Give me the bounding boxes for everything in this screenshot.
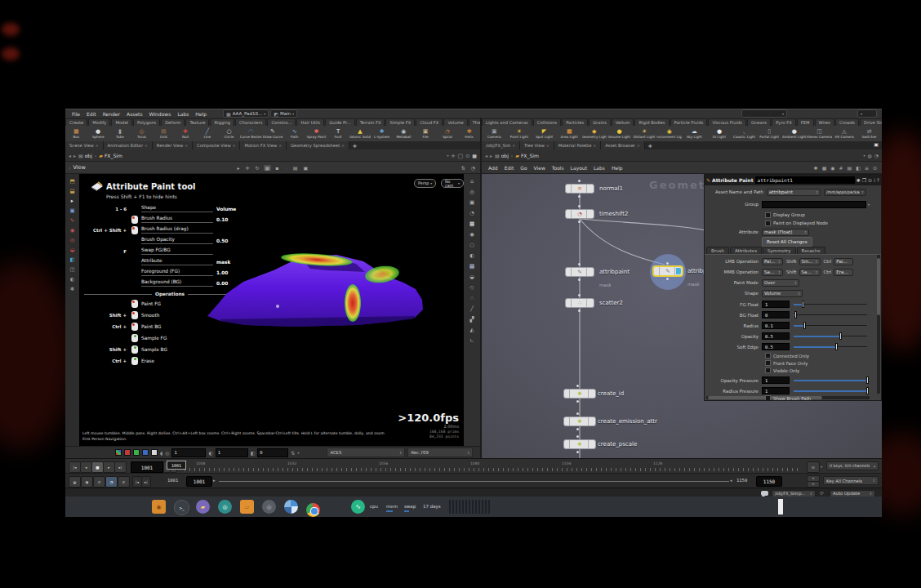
sculpt-icon[interactable]: ◒ (70, 247, 75, 253)
shelf-tool[interactable]: ▮Tube (109, 126, 131, 141)
node-body[interactable]: ❖ (563, 416, 596, 426)
gamma-field[interactable]: 1 (216, 448, 248, 457)
play-button[interactable]: ▸ (103, 461, 115, 473)
shelf-tab[interactable]: Particle Fluids (670, 118, 708, 126)
value-field[interactable]: 1 (762, 376, 790, 384)
panel-tab[interactable]: Recache (797, 247, 825, 254)
shelf-tab[interactable]: Pyro FX (772, 118, 796, 126)
collapse-icon[interactable]: ‹ (69, 165, 70, 171)
jump-to-end-button[interactable]: ▸| (114, 461, 127, 473)
checkbox[interactable] (765, 395, 771, 401)
pin-network-icon[interactable]: ✚ (812, 165, 820, 171)
smooth-brush-icon[interactable]: ◉ (70, 228, 75, 234)
shelf-tab[interactable]: Rigid Bodies (634, 118, 669, 126)
close-icon[interactable]: × (233, 144, 236, 148)
wireframe-icon[interactable]: ◇ (470, 285, 474, 291)
pane-tab[interactable]: Tree View× (520, 141, 554, 149)
terminal-icon[interactable]: >_ (174, 500, 189, 515)
split-icon[interactable]: ◧ (854, 165, 862, 171)
shelf-tab[interactable]: Hair Utils (296, 118, 324, 126)
eyedropper-icon[interactable]: ◖ (160, 450, 162, 456)
node-body[interactable]: ❖ (563, 439, 596, 449)
panel-tab[interactable]: Symmetry (763, 247, 796, 254)
view-home-icon[interactable]: ⌂ (470, 179, 474, 185)
mmb-ctrl-op-dropdown[interactable]: Era... (834, 269, 853, 276)
maximize-icon[interactable]: ▣ (874, 141, 879, 149)
key-menu-bottom-icon[interactable]: ≡ (807, 481, 820, 488)
range-start-field[interactable]: 1001 (186, 476, 212, 487)
shelf-tool[interactable]: ◔Spiral (436, 126, 458, 141)
offset-field[interactable]: 0 (257, 448, 288, 457)
display-flag[interactable] (676, 268, 681, 274)
output-connector[interactable] (578, 220, 581, 223)
output-connector[interactable] (578, 310, 581, 312)
main-pane-selector[interactable]: ◩Main▾ (270, 109, 297, 118)
menu-lines-icon[interactable]: ≡ (863, 165, 870, 171)
snap-grid-icon[interactable]: ▦ (264, 165, 272, 171)
shelf-tool[interactable]: ○Circle (218, 126, 240, 141)
shelf-tab[interactable]: Cloud FX (416, 118, 443, 126)
maximize-icon[interactable]: ▦ (472, 153, 477, 158)
shelf-tool[interactable]: ☀Distant Light (632, 126, 657, 141)
shelf-tool[interactable]: ▦Area Light (557, 126, 582, 141)
snapshot-icon[interactable]: ▤ (469, 264, 474, 270)
shape-dropdown[interactable]: Volume⇕ (762, 290, 803, 297)
pane-tab[interactable]: Material Palette× (554, 141, 601, 149)
menu-item[interactable]: Assets (123, 111, 146, 117)
checkbox-row[interactable]: Front Face Only (765, 359, 809, 367)
menu-item[interactable]: Render (100, 111, 123, 117)
panel-tab[interactable]: Brush (706, 247, 729, 254)
shelf-tab[interactable]: Wires (815, 118, 834, 126)
input-connector[interactable] (578, 180, 581, 182)
slider[interactable] (794, 322, 867, 329)
multi-channel-swatch[interactable] (115, 449, 122, 456)
path-node[interactable]: ▰FX_Sim (515, 153, 539, 158)
audio-icon[interactable]: ◉ (81, 476, 93, 488)
file-manager-icon[interactable]: ▰ (196, 500, 210, 514)
close-icon[interactable]: × (96, 144, 99, 148)
value-field[interactable]: 0.5 (762, 343, 790, 350)
mmb-op-dropdown[interactable]: Sa...⇕ (762, 269, 783, 276)
menu-item[interactable]: Windows (146, 111, 175, 117)
render-icon[interactable]: ▤ (291, 165, 300, 171)
pane-tab[interactable]: Scene View× (65, 141, 104, 149)
node-body[interactable]: ◔ (565, 209, 594, 219)
shelf-tab[interactable]: Crowds (835, 118, 859, 126)
shelf-tab[interactable]: Lights and Cameras (482, 118, 532, 126)
chevron-down-icon[interactable]: ▾ (863, 154, 865, 158)
network-menu-item[interactable]: Help (608, 165, 626, 171)
close-icon[interactable]: × (145, 144, 148, 148)
dopesheet-icon[interactable]: ≋ (118, 476, 130, 488)
shelf-tool[interactable]: ✚Null (175, 126, 197, 141)
slider[interactable] (794, 332, 867, 340)
input-connector[interactable] (576, 385, 579, 387)
group-field[interactable] (762, 201, 866, 208)
shelf-tab[interactable]: Collisions (533, 118, 561, 126)
node-body[interactable]: ❖ (563, 389, 596, 399)
message-bubble-icon[interactable] (761, 491, 768, 496)
input-connector[interactable] (666, 262, 669, 265)
exposure-field[interactable]: 1 (171, 448, 206, 457)
grid-snap-icon[interactable]: ▦ (821, 165, 829, 171)
visibility-icon[interactable]: ◐ (70, 277, 75, 283)
help-icon[interactable]: ◔ (469, 165, 477, 171)
current-frame-field[interactable]: 1001 (131, 461, 163, 473)
network-node[interactable]: ❖ create_id (563, 389, 727, 413)
info-icon[interactable]: i (874, 177, 875, 183)
output-connector[interactable] (666, 278, 669, 280)
checkbox[interactable] (765, 220, 771, 226)
search-app-icon[interactable]: ◎ (218, 500, 232, 514)
system-monitor-icon[interactable]: ∿ (351, 500, 365, 514)
expand-icon[interactable]: ❐ (862, 177, 866, 183)
range-end-icon[interactable]: ▸| (141, 476, 151, 488)
small-box-icon[interactable]: ▪ (274, 165, 280, 171)
shelf-tool[interactable]: ☀Point Light (507, 126, 532, 141)
search-icon[interactable]: ⊙ (465, 153, 469, 158)
luma-channel-swatch[interactable] (151, 449, 158, 456)
slider-handle[interactable] (802, 301, 804, 308)
grid-toggle-icon[interactable]: ▞ (470, 317, 474, 323)
shelf-tab[interactable]: Rigging (210, 118, 234, 126)
shelf-tool[interactable]: ▯Portal Light (757, 126, 782, 141)
shelf-tab[interactable]: Polygons (133, 118, 160, 126)
shelf-tool[interactable]: ▦Box (65, 126, 87, 141)
